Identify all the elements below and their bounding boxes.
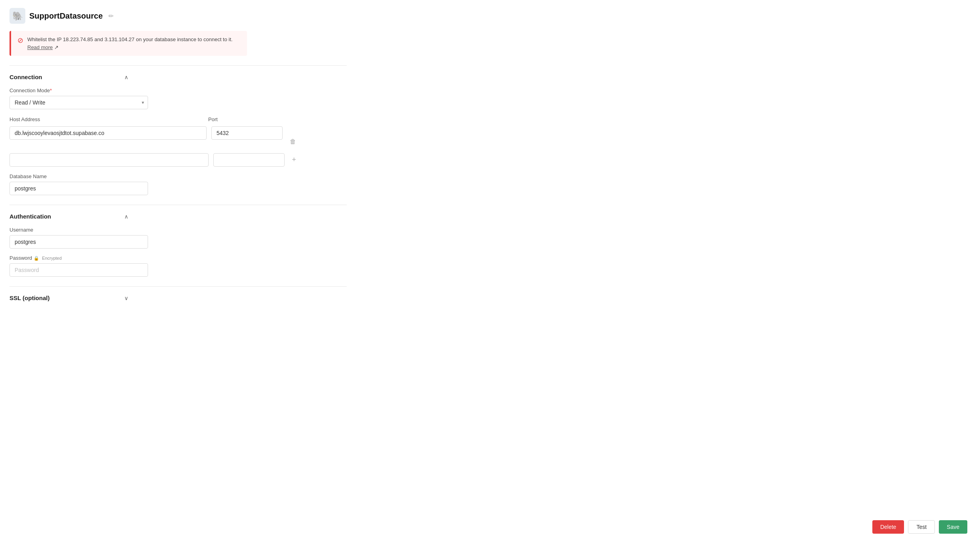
svg-text:🐘: 🐘	[12, 11, 23, 21]
host-address-input-1[interactable]	[9, 126, 207, 140]
section-divider-3	[9, 286, 347, 287]
connection-section-header[interactable]: Connection ∧	[9, 74, 128, 80]
password-input[interactable]	[9, 263, 148, 277]
authentication-section-header[interactable]: Authentication ∧	[9, 213, 128, 220]
ssl-section: SSL (optional) ∨	[9, 295, 347, 301]
encrypted-badge: Encrypted	[42, 256, 62, 260]
action-bar: Delete Test Save	[0, 514, 980, 540]
authentication-section-content: Username Password 🔒 Encrypted	[9, 227, 347, 277]
port-label: Port	[208, 116, 279, 122]
host-port-row-2: +	[9, 152, 298, 167]
connection-section: Connection ∧ Connection Mode* Read / Wri…	[9, 74, 347, 195]
connection-mode-select[interactable]: Read / Write Read Only	[9, 96, 148, 109]
authentication-section: Authentication ∧ Username Password 🔒 Enc…	[9, 213, 347, 277]
delete-host-row-button[interactable]: 🗑	[287, 135, 298, 148]
username-input[interactable]	[9, 235, 148, 249]
host-address-input-2[interactable]	[9, 153, 209, 167]
connection-mode-label: Connection Mode*	[9, 87, 148, 93]
username-field: Username	[9, 227, 148, 249]
delete-button[interactable]: Delete	[872, 520, 904, 534]
database-name-input[interactable]	[9, 182, 148, 195]
ssl-chevron-icon: ∨	[124, 295, 128, 301]
authentication-section-title: Authentication	[9, 213, 51, 220]
username-label: Username	[9, 227, 148, 233]
database-name-label: Database Name	[9, 173, 148, 179]
ssl-section-title: SSL (optional)	[9, 295, 49, 301]
connection-section-title: Connection	[9, 74, 42, 80]
connection-chevron-icon: ∧	[124, 74, 128, 80]
ssl-section-header[interactable]: SSL (optional) ∨	[9, 295, 128, 301]
external-link-icon: ↗	[54, 44, 59, 50]
authentication-chevron-icon: ∧	[124, 213, 128, 220]
password-field: Password 🔒 Encrypted	[9, 255, 148, 277]
port-input-2[interactable]	[213, 153, 285, 167]
connection-mode-field: Connection Mode* Read / Write Read Only …	[9, 87, 148, 109]
connection-mode-select-wrapper: Read / Write Read Only ▾	[9, 96, 148, 109]
port-input-1[interactable]	[211, 126, 283, 140]
section-divider-2	[9, 205, 347, 205]
add-host-row-button[interactable]: +	[289, 152, 298, 167]
alert-text: Whitelist the IP 18.223.74.85 and 3.131.…	[27, 36, 233, 51]
page-header: 🐘 SupportDatasource ✏	[9, 8, 347, 24]
read-more-link[interactable]: Read more	[27, 44, 53, 50]
host-address-label: Host Address	[9, 116, 203, 122]
host-port-row-1: 🗑	[9, 126, 298, 148]
alert-icon: ⊘	[17, 36, 23, 45]
page-title: SupportDatasource	[29, 11, 103, 21]
test-button[interactable]: Test	[908, 520, 935, 534]
host-port-labels: Host Address Port	[9, 116, 347, 125]
save-button[interactable]: Save	[939, 520, 967, 534]
postgres-icon: 🐘	[9, 8, 25, 24]
lock-icon: 🔒	[34, 256, 39, 260]
edit-icon[interactable]: ✏	[108, 12, 114, 20]
section-divider-1	[9, 65, 347, 66]
connection-section-content: Connection Mode* Read / Write Read Only …	[9, 87, 347, 195]
password-label: Password 🔒 Encrypted	[9, 255, 148, 261]
database-name-field: Database Name	[9, 173, 148, 195]
alert-banner: ⊘ Whitelist the IP 18.223.74.85 and 3.13…	[9, 31, 247, 56]
